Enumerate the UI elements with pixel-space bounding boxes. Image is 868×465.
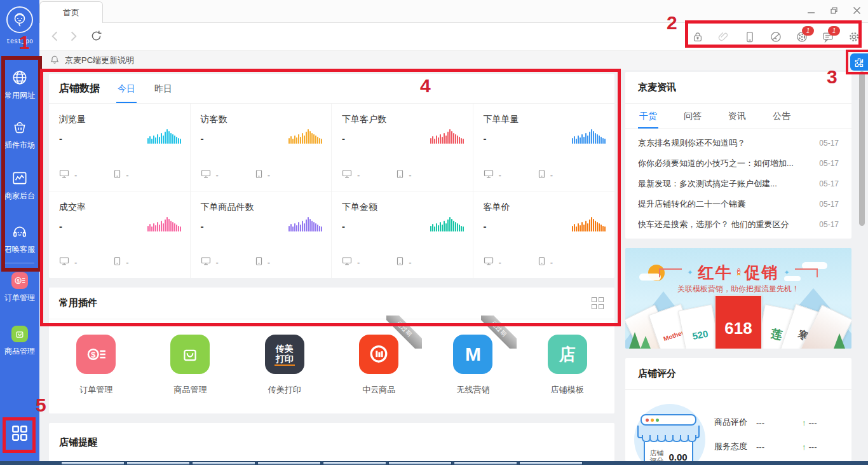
metric-order-count: 下单单量 - -- [473, 104, 615, 191]
desktop-icon [342, 169, 352, 181]
mobile-icon [397, 169, 403, 181]
sidebar-item-label: 商品管理 [0, 346, 39, 357]
metrics-grid: 浏览量 - -- 访客数 - -- 下单客户数 - [49, 104, 614, 278]
news-item[interactable]: 提升店铺转化的二十一个锦囊 05-17 [625, 194, 851, 214]
jingmai-logo-icon[interactable] [6, 6, 33, 33]
shop-template-icon: 店 [548, 335, 587, 374]
notice-bar[interactable]: 京麦PC端更新说明 [39, 51, 868, 70]
forward-button[interactable] [69, 31, 79, 42]
news-item[interactable]: 最新发现：多次测试搞定子账户创建... 05-17 [625, 174, 851, 194]
sidebar-all-apps-button[interactable] [0, 424, 39, 443]
plugin-tile-zhongyun-goods[interactable]: 已过期 中云商品 [332, 319, 426, 413]
sidebar-item-call-support[interactable]: 召唤客服 [0, 223, 39, 255]
desktop-icon [484, 256, 494, 268]
common-plugins-card: 常用插件 $ 订单管理 [49, 288, 614, 413]
news-tab-announcement[interactable]: 公告 [771, 104, 792, 128]
sidebar-item-label: 订单管理 [0, 293, 39, 303]
close-button[interactable] [850, 4, 863, 17]
plugin-layout-grid-icon[interactable] [592, 297, 604, 310]
plugin-tile-shop-template[interactable]: 店 店铺模板 [520, 319, 614, 413]
chuanmei-print-icon: 传美打印 [265, 335, 304, 374]
sidebar-item-common-links[interactable]: 常用网址 [0, 69, 39, 101]
vertical-scrollbar[interactable] [859, 71, 865, 226]
metric-ordering-customers: 下单客户数 - -- [332, 104, 473, 191]
restore-button[interactable] [827, 4, 840, 17]
plugin-tile-wireless-marketing[interactable]: 已过期 M 无线营销 [426, 319, 520, 413]
common-plugins-title: 常用插件 [59, 297, 97, 309]
sparkline-chart [288, 127, 322, 144]
metric-order-amount: 下单金额 - -- [332, 191, 473, 278]
settings-gear-icon[interactable] [848, 31, 860, 43]
desktop-icon [342, 256, 352, 268]
minimize-button[interactable] [804, 4, 817, 17]
store-reminders-title: 店铺提醒 [59, 436, 97, 448]
tab-yesterday[interactable]: 昨日 [153, 74, 173, 103]
promo-banner[interactable]: ✦ 红牛 促销 ✦ 关联模板营销，助你把握流量先机！ Mother [625, 248, 851, 349]
plugin-tile-goods-management[interactable]: 商品管理 [143, 319, 237, 413]
poster-fan: Mother 520 618 莲 寒 [637, 290, 840, 349]
plugin-tile-chuanmei-print[interactable]: 传美打印 传美打印 [238, 319, 332, 413]
bell-icon [50, 55, 60, 67]
rating-row-product: 商品评价 --- ↑ --- [714, 417, 817, 428]
up-arrow-icon: ↑ [802, 442, 806, 452]
message-icon[interactable]: 1 [822, 31, 834, 43]
plugin-tile-order-management[interactable]: $ 订单管理 [49, 319, 143, 413]
sidebar-item-merchant-backend[interactable]: 商家后台 [0, 169, 39, 202]
sidebar-shortcut-goods-management[interactable]: 商品管理 [0, 326, 39, 357]
wireless-marketing-icon: M [453, 335, 492, 374]
news-tabs: 干货 问答 资讯 公告 [625, 104, 851, 129]
rating-row-service: 服务态度 --- ↑ --- [714, 441, 817, 452]
store-reminders-card: 店铺提醒 [49, 423, 614, 461]
main-content: 店铺数据 今日 昨日 浏览量 - -- 访客数 [39, 70, 868, 461]
metric-avg-order-value: 客单价 - -- [473, 191, 615, 278]
lock-icon[interactable] [691, 31, 704, 43]
paperclip-icon[interactable] [717, 31, 730, 43]
account-name: test_po [0, 38, 39, 45]
store-data-card: 店铺数据 今日 昨日 浏览量 - -- 访客数 [49, 74, 614, 278]
banner-title: 红牛 促销 [698, 262, 779, 283]
tree-shape [834, 333, 845, 349]
tab-home[interactable]: 首页 [39, 1, 103, 23]
plugin-panel-toggle-button[interactable] [850, 53, 868, 71]
sparkline-chart [572, 214, 606, 232]
sidebar-shortcut-order-management[interactable]: $ 订单管理 [0, 272, 39, 303]
sidebar-item-label: 插件市场 [0, 140, 39, 151]
browser-circle-icon[interactable] [770, 31, 782, 43]
grid-apps-icon [0, 424, 39, 443]
rocket-icon [734, 267, 743, 279]
phone-icon[interactable] [743, 31, 756, 43]
message-badge: 1 [828, 26, 840, 36]
zhongyun-goods-icon [359, 335, 398, 374]
poster-card-618: 618 [715, 295, 762, 349]
refresh-button[interactable] [90, 30, 102, 42]
sidebar-item-plugin-market[interactable]: 插件市场 [0, 118, 39, 151]
news-tab-dry-goods[interactable]: 干货 [638, 104, 658, 128]
mobile-icon [114, 256, 121, 268]
storefront-illustration: 店铺评分 0.00 [634, 404, 705, 461]
news-item[interactable]: 快车还是搜索，选那个？ 他们的重要区分 05-17 [625, 214, 851, 235]
tree-shape [641, 336, 651, 349]
sparkline-chart [147, 214, 181, 232]
basket-icon [0, 118, 39, 136]
news-item[interactable]: 京东排名规则你还不知道吗？ 05-17 [625, 133, 851, 153]
metric-visitors: 访客数 - -- [191, 104, 332, 191]
news-tab-qa[interactable]: 问答 [682, 104, 703, 128]
bracket-decoration [659, 268, 682, 277]
tab-today[interactable]: 今日 [116, 74, 137, 103]
tab-strip: 首页 [39, 0, 868, 23]
sidebar: test_po 常用网址 插件市场 [0, 0, 39, 461]
desktop-icon [201, 256, 211, 268]
news-item[interactable]: 你你必须要知道的小技巧之一：如何增加... 05-17 [625, 153, 851, 174]
order-plugin-icon: $ [76, 335, 116, 374]
sparkline-chart [288, 214, 322, 232]
back-button[interactable] [50, 31, 60, 42]
plugin-wheel-icon[interactable]: 1 [796, 31, 808, 43]
news-title: 京麦资讯 [638, 81, 676, 94]
desktop-icon [59, 256, 69, 268]
headset-icon [0, 223, 39, 240]
mobile-icon [255, 169, 262, 181]
desktop-icon [201, 169, 211, 181]
store-data-title: 店铺数据 [59, 82, 100, 95]
desktop-icon [59, 169, 69, 181]
news-tab-info[interactable]: 资讯 [727, 104, 747, 128]
